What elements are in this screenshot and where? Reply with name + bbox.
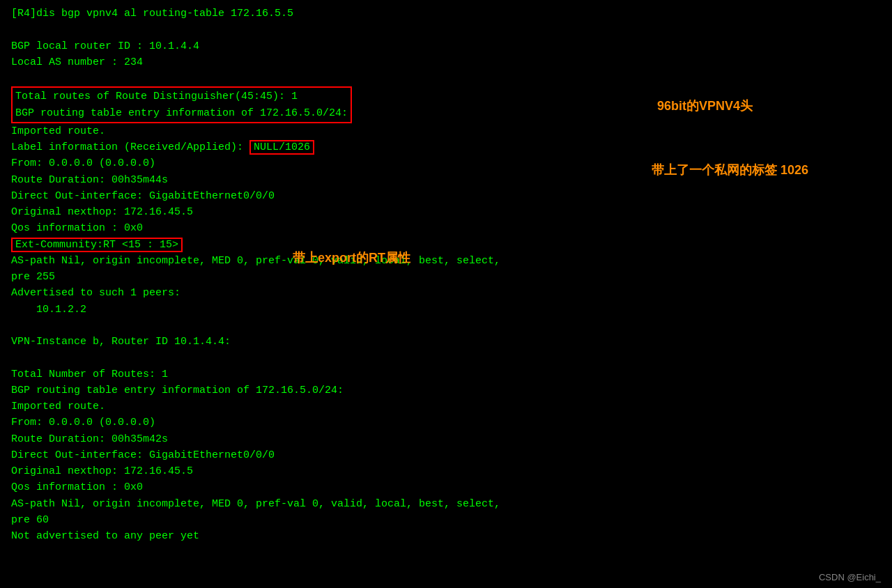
qos-2: Qos information : 0x0 — [11, 479, 881, 495]
empty-line-1 — [11, 22, 881, 38]
advertised-1: Advertised to such 1 peers: — [11, 285, 881, 301]
direct-out-2: Direct Out-interface: GigabitEthernet0/0… — [11, 447, 881, 463]
bgp-local-router: BGP local router ID : 10.1.4.4 — [11, 38, 881, 54]
ext-community-box: Ext-Community:RT <15 : 15> — [11, 238, 183, 252]
label-info-line: Label information (Received/Applied): NU… — [11, 139, 881, 155]
empty-line-3 — [11, 318, 881, 334]
as-path-2: AS-path Nil, origin incomplete, MED 0, p… — [11, 496, 881, 512]
empty-line-4 — [11, 350, 881, 366]
annotation-label: 带上了一个私网的标签 1026 — [652, 162, 808, 178]
label-info-text: Label information (Received/Applied): — [11, 141, 249, 153]
terminal-container: [R4]dis bgp vpnv4 al routing-table 172.1… — [0, 0, 892, 550]
bgp-entry-1: BGP routing table entry information of 1… — [15, 105, 348, 121]
original-nexthop-1: Original nexthop: 172.16.45.5 — [11, 204, 881, 220]
annotation-rt: 带上export的RT属性 — [293, 249, 410, 266]
total-number: Total Number of Routes: 1 — [11, 366, 881, 382]
qos-1: Qos information : 0x0 — [11, 220, 881, 236]
empty-line-2 — [11, 70, 881, 86]
imported-route-1: Imported route. — [11, 123, 881, 139]
ext-community-line: Ext-Community:RT <15 : 15> — [11, 237, 881, 253]
csdn-watermark: CSDN @Eichi_ — [819, 572, 881, 582]
from-2: From: 0.0.0.0 (0.0.0.0) — [11, 415, 881, 431]
pre-2: pre 60 — [11, 512, 881, 528]
annotation-96bit: 96bit的VPNV4头 — [657, 98, 753, 114]
not-advertised: Not advertised to any peer yet — [11, 528, 881, 544]
header-command: [R4]dis bgp vpnv4 al routing-table 172.1… — [11, 6, 881, 22]
red-box-section-1: Total routes of Route Distinguisher(45:4… — [11, 86, 352, 123]
peer-1: 10.1.2.2 — [11, 302, 881, 318]
label-value-box: NULL/1026 — [249, 140, 314, 155]
local-as: Local AS number : 234 — [11, 54, 881, 70]
as-path-1: AS-path Nil, origin incomplete, MED 0, p… — [11, 253, 881, 269]
pre-1: pre 255 — [11, 269, 881, 285]
route-duration-2: Route Duration: 00h35m42s — [11, 431, 881, 447]
total-routes-rd: Total routes of Route Distinguisher(45:4… — [15, 88, 348, 105]
direct-out-1: Direct Out-interface: GigabitEthernet0/0… — [11, 188, 881, 204]
original-nexthop-2: Original nexthop: 172.16.45.5 — [11, 463, 881, 479]
imported-route-2: Imported route. — [11, 399, 881, 415]
bgp-entry-2: BGP routing table entry information of 1… — [11, 382, 881, 399]
vpn-instance: VPN-Instance b, Router ID 10.1.4.4: — [11, 334, 881, 350]
